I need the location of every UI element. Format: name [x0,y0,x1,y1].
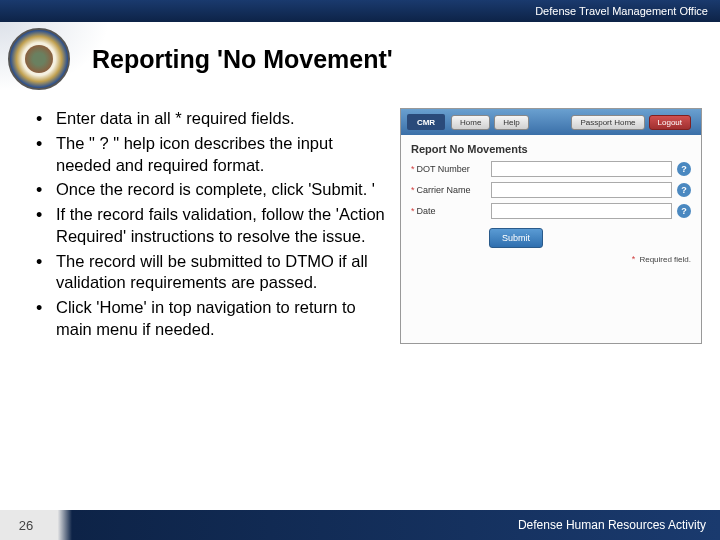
required-star-icon: * [632,254,636,264]
list-item: If the record fails validation, follow t… [32,204,388,248]
screenshot-body: Report No Movements *DOT Number ? *Carri… [401,135,701,274]
header-band: Defense Travel Management Office [0,0,720,22]
footer-band: 26 Defense Human Resources Activity [0,510,720,540]
help-icon[interactable]: ? [677,183,691,197]
dot-number-input[interactable] [491,161,672,177]
content-area: Enter data in all * required fields. The… [0,90,720,344]
required-star-icon: * [411,185,415,195]
footer-org: Defense Human Resources Activity [52,518,720,532]
required-star-icon: * [411,206,415,216]
passport-home-button[interactable]: Passport Home [571,115,644,130]
required-text: Required field. [639,255,691,264]
cmr-logo: CMR [407,114,445,130]
embedded-screenshot: CMR Home Help Passport Home Logout Repor… [400,108,702,344]
field-row: *Carrier Name ? [411,182,691,198]
page-title: Reporting 'No Movement' [92,45,393,74]
office-label: Defense Travel Management Office [535,5,708,17]
section-title: Report No Movements [411,143,691,155]
list-item: Enter data in all * required fields. [32,108,388,130]
screenshot-nav: CMR Home Help Passport Home Logout [401,109,701,135]
required-note: * Required field. [411,254,691,264]
page-number: 26 [0,518,52,533]
submit-button[interactable]: Submit [489,228,543,248]
field-row: *Date ? [411,203,691,219]
help-icon[interactable]: ? [677,204,691,218]
field-label: *Carrier Name [411,185,491,195]
required-star-icon: * [411,164,415,174]
date-input[interactable] [491,203,672,219]
label-text: Date [417,206,436,216]
bullet-list: Enter data in all * required fields. The… [32,108,388,344]
help-icon[interactable]: ? [677,162,691,176]
list-item: The " ? " help icon describes the input … [32,133,388,177]
list-item: The record will be submitted to DTMO if … [32,251,388,295]
label-text: Carrier Name [417,185,471,195]
label-text: DOT Number [417,164,470,174]
logout-button[interactable]: Logout [649,115,691,130]
field-label: *Date [411,206,491,216]
field-label: *DOT Number [411,164,491,174]
carrier-name-input[interactable] [491,182,672,198]
list-item: Click 'Home' in top navigation to return… [32,297,388,341]
list-item: Once the record is complete, click 'Subm… [32,179,388,201]
title-row: Reporting 'No Movement' [0,28,720,90]
help-button[interactable]: Help [494,115,528,130]
home-button[interactable]: Home [451,115,490,130]
field-row: *DOT Number ? [411,161,691,177]
dod-seal-icon [8,28,70,90]
